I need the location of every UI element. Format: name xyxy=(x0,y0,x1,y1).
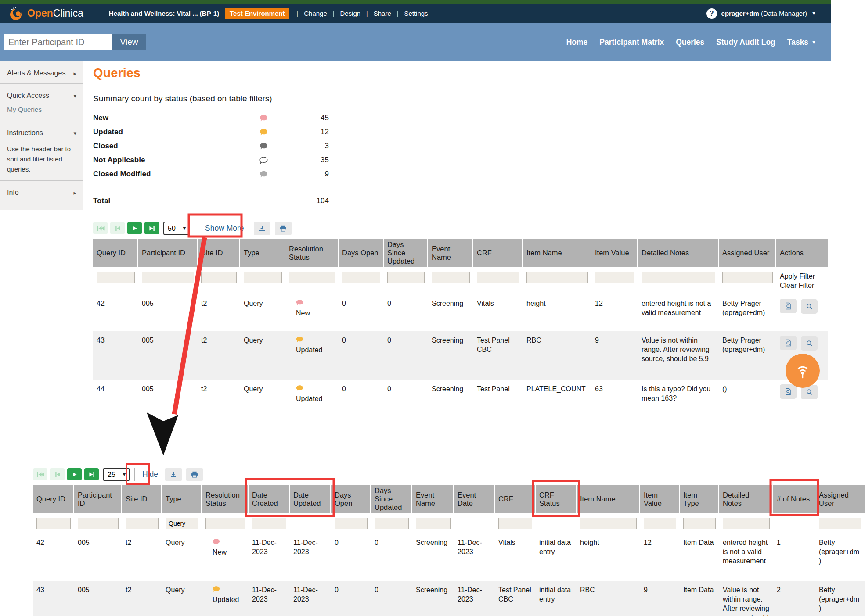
filter-resolution-status-input[interactable] xyxy=(205,518,245,529)
filter-crf-input[interactable] xyxy=(498,518,532,529)
filter-site-id-input[interactable] xyxy=(126,518,159,529)
nav-tasks[interactable]: Tasks ▼ xyxy=(787,38,816,47)
filter-type-input[interactable] xyxy=(244,272,282,283)
col-assigned-user[interactable]: Assigned User xyxy=(719,239,776,267)
filter-resolution-status-input[interactable] xyxy=(289,272,335,283)
filter-type-input[interactable] xyxy=(166,518,198,529)
col-resolution-status[interactable]: Resolution Status xyxy=(202,485,249,513)
nav-queries[interactable]: Queries xyxy=(676,38,704,47)
filter-event-name-input[interactable] xyxy=(432,272,470,283)
filter-event-name-input[interactable] xyxy=(416,518,451,529)
download-icon[interactable] xyxy=(165,468,182,481)
menu-item-share[interactable]: Share xyxy=(374,10,391,17)
menu-item-change[interactable]: Change xyxy=(304,10,327,17)
col-item-value[interactable]: Item Value xyxy=(640,485,680,513)
view-button[interactable]: View xyxy=(112,34,146,50)
apply-filter-link[interactable]: Apply Filter xyxy=(780,272,825,281)
col-detailed-notes[interactable]: Detailed Notes xyxy=(719,485,773,513)
print-icon[interactable] xyxy=(275,222,292,235)
filter-assigned-user-input[interactable] xyxy=(722,272,773,283)
sidebar-my-queries[interactable]: My Queries xyxy=(0,106,83,121)
filter-item-name-input[interactable] xyxy=(580,518,637,529)
col-event-name[interactable]: Event Name xyxy=(412,485,454,513)
col-num-notes[interactable]: # of Notes xyxy=(773,485,815,513)
col-days-since-updated[interactable]: Days Since Updated xyxy=(384,239,428,267)
sidebar-info[interactable]: Info ▸ xyxy=(0,181,83,203)
view-query-detail-icon[interactable] xyxy=(801,299,818,314)
col-date-updated[interactable]: Date Updated xyxy=(290,485,331,513)
filter-item-type-input[interactable] xyxy=(683,518,716,529)
filter-date-created-input[interactable] xyxy=(252,518,286,529)
col-site-id[interactable]: Site ID xyxy=(122,485,162,513)
prev-page-icon[interactable] xyxy=(50,468,65,480)
menu-item-settings[interactable]: Settings xyxy=(404,10,428,17)
download-icon[interactable] xyxy=(254,222,270,235)
openclinica-logo[interactable]: OpenClinica xyxy=(9,6,83,21)
col-type[interactable]: Type xyxy=(162,485,202,513)
filter-participant-id-input[interactable] xyxy=(142,272,194,283)
page-size-select[interactable]: 25 ▼ xyxy=(103,468,130,481)
nav-study-audit-log[interactable]: Study Audit Log xyxy=(716,38,775,47)
sidebar-quick-access[interactable]: Quick Access ▾ xyxy=(0,84,83,106)
col-type[interactable]: Type xyxy=(240,239,285,267)
clear-filter-link[interactable]: Clear Filter xyxy=(780,281,825,290)
view-query-notes-icon[interactable] xyxy=(780,336,797,350)
nav-home[interactable]: Home xyxy=(566,38,588,47)
col-days-open[interactable]: Days Open xyxy=(339,239,384,267)
col-assigned-user[interactable]: Assigned User xyxy=(815,485,865,513)
last-page-icon[interactable] xyxy=(144,222,159,234)
col-event-name[interactable]: Event Name xyxy=(428,239,473,267)
filter-item-value-input[interactable] xyxy=(644,518,676,529)
col-query-id[interactable]: Query ID xyxy=(93,239,138,267)
filter-participant-id-input[interactable] xyxy=(78,518,119,529)
print-icon[interactable] xyxy=(186,468,203,481)
first-page-icon[interactable] xyxy=(93,222,108,234)
col-detailed-notes[interactable]: Detailed Notes xyxy=(638,239,719,267)
filter-days-open-input[interactable] xyxy=(335,518,368,529)
filter-days-since-updated-input[interactable] xyxy=(387,272,425,283)
col-item-name[interactable]: Item Name xyxy=(523,239,591,267)
view-query-detail-icon[interactable] xyxy=(801,336,818,351)
last-page-icon[interactable] xyxy=(84,468,99,480)
support-beacon-button[interactable] xyxy=(786,354,820,388)
col-resolution-status[interactable]: Resolution Status xyxy=(285,239,339,267)
menu-item-design[interactable]: Design xyxy=(340,10,360,17)
col-participant-id[interactable]: Participant ID xyxy=(138,239,198,267)
filter-days-since-updated-input[interactable] xyxy=(375,518,409,529)
col-crf[interactable]: CRF xyxy=(495,485,536,513)
filter-site-id-input[interactable] xyxy=(201,272,237,283)
filter-detailed-notes-input[interactable] xyxy=(642,272,715,283)
col-item-value[interactable]: Item Value xyxy=(591,239,638,267)
filter-crf-input[interactable] xyxy=(477,272,519,283)
col-crf[interactable]: CRF xyxy=(473,239,523,267)
col-days-open[interactable]: Days Open xyxy=(331,485,371,513)
filter-detailed-notes-input[interactable] xyxy=(723,518,770,529)
filter-days-open-input[interactable] xyxy=(342,272,380,283)
col-crf-status[interactable]: CRF Status xyxy=(536,485,577,513)
hide-link[interactable]: Hide xyxy=(140,470,161,479)
col-days-since-updated[interactable]: Days Since Updated xyxy=(371,485,412,513)
col-item-type[interactable]: Item Type xyxy=(680,485,719,513)
help-icon[interactable]: ? xyxy=(706,8,717,19)
prev-page-icon[interactable] xyxy=(110,222,125,234)
user-menu[interactable]: ? eprager+dm (Data Manager) ▼ xyxy=(706,8,816,19)
filter-item-value-input[interactable] xyxy=(595,272,634,283)
col-date-created[interactable]: Date Created xyxy=(249,485,290,513)
next-page-icon[interactable] xyxy=(127,222,142,234)
sidebar-instructions[interactable]: Instructions ▾ xyxy=(0,121,83,143)
page-size-select[interactable]: 50 ▼ xyxy=(163,222,190,235)
col-event-date[interactable]: Event Date xyxy=(454,485,495,513)
col-participant-id[interactable]: Participant ID xyxy=(74,485,122,513)
col-site-id[interactable]: Site ID xyxy=(198,239,240,267)
view-query-notes-icon[interactable] xyxy=(780,299,797,313)
participant-id-input[interactable] xyxy=(4,34,112,50)
col-item-name[interactable]: Item Name xyxy=(577,485,640,513)
view-query-notes-icon[interactable] xyxy=(780,384,797,399)
next-page-icon[interactable] xyxy=(67,468,82,480)
filter-query-id-input[interactable] xyxy=(36,518,71,529)
filter-assigned-user-input[interactable] xyxy=(819,518,861,529)
sidebar-alerts-messages[interactable]: Alerts & Messages ▸ xyxy=(0,61,83,83)
first-page-icon[interactable] xyxy=(33,468,47,480)
filter-query-id-input[interactable] xyxy=(97,272,135,283)
col-query-id[interactable]: Query ID xyxy=(33,485,74,513)
